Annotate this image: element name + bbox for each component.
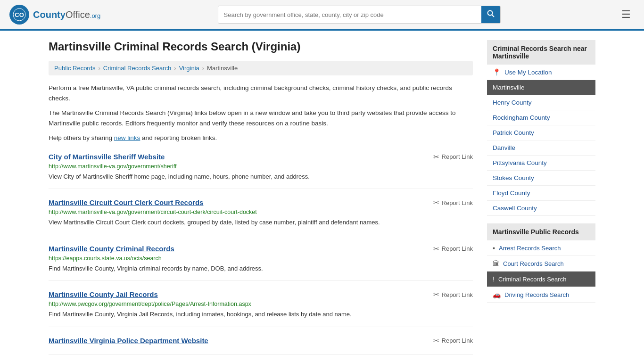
- breadcrumb-sep-1: ›: [98, 65, 100, 72]
- logo-tld: .org: [90, 12, 100, 19]
- report-label-1: Report Link: [442, 153, 473, 160]
- desc-2: The Martinsville Criminal Records Search…: [49, 108, 473, 128]
- result-desc-1: View City of Martinsville Sheriff home p…: [49, 172, 473, 181]
- report-label-3: Report Link: [442, 245, 473, 252]
- criminal-icon: !: [493, 275, 495, 283]
- logo-text: CountyOffice.org: [33, 9, 100, 20]
- report-icon-1: ✂: [433, 153, 439, 161]
- result-title-row-5: Martinsville Virginia Police Department …: [49, 337, 473, 345]
- location-icon: 📍: [493, 68, 501, 76]
- search-area: [218, 6, 501, 24]
- sidebar-arrest-records[interactable]: ▪ Arrest Records Search: [487, 240, 595, 256]
- sidebar: Criminal Records Search near Martinsvill…: [487, 40, 595, 355]
- sidebar-link-stokes-county[interactable]: Stokes County: [493, 174, 534, 181]
- page-title: Martinsville Criminal Records Search (Vi…: [49, 40, 473, 53]
- report-link-4[interactable]: ✂ Report Link: [433, 290, 473, 299]
- sidebar-link-pittsylvania-county[interactable]: Pittsylvania County: [493, 159, 547, 166]
- court-icon: 🏛: [493, 260, 499, 267]
- result-entry-2: Martinsville Circuit Court Clerk Court R…: [49, 198, 473, 235]
- result-url-1[interactable]: http://www.martinsville-va.gov/governmen…: [49, 163, 473, 170]
- sidebar-link-patrick-county[interactable]: Patrick County: [493, 129, 534, 136]
- sidebar-nearby-title: Criminal Records Search near Martinsvill…: [487, 40, 595, 65]
- result-entry-5: Martinsville Virginia Police Department …: [49, 337, 473, 355]
- svg-text:CO: CO: [15, 11, 24, 18]
- report-link-5[interactable]: ✂ Report Link: [433, 337, 473, 345]
- sidebar-item-martinsville[interactable]: Martinsville: [487, 80, 595, 95]
- logo-area: CO CountyOffice.org: [9, 5, 100, 25]
- desc-3: Help others by sharing new links and rep…: [49, 133, 473, 143]
- sidebar-link-martinsville[interactable]: Martinsville: [493, 84, 525, 91]
- court-records-link[interactable]: Court Records Search: [503, 260, 564, 267]
- sidebar-public-records-title: Martinsville Public Records: [487, 223, 595, 240]
- sidebar-use-location[interactable]: 📍 Use My Location: [487, 65, 595, 80]
- svg-line-3: [492, 15, 494, 17]
- result-title-row-3: Martinsville County Criminal Records ✂ R…: [49, 245, 473, 253]
- result-desc-3: Find Martinsville County, Virginia crimi…: [49, 264, 473, 273]
- report-icon-3: ✂: [433, 245, 439, 253]
- result-title-row-2: Martinsville Circuit Court Clerk Court R…: [49, 198, 473, 207]
- result-url-3[interactable]: https://eapps.courts.state.va.us/ocis/se…: [49, 255, 473, 262]
- sidebar-link-danville[interactable]: Danville: [493, 144, 515, 151]
- header: CO CountyOffice.org ☰: [0, 0, 644, 31]
- driving-records-link[interactable]: Driving Records Search: [504, 291, 569, 298]
- breadcrumb-sep-3: ›: [202, 65, 204, 72]
- sidebar-item-pittsylvania-county[interactable]: Pittsylvania County: [487, 156, 595, 171]
- desc-1: Perform a free Martinsville, VA public c…: [49, 83, 473, 103]
- criminal-records-link[interactable]: Criminal Records Search: [498, 276, 567, 283]
- arrest-records-link[interactable]: Arrest Records Search: [499, 245, 561, 252]
- search-input[interactable]: [218, 6, 481, 23]
- sidebar-link-floyd-county[interactable]: Floyd County: [493, 189, 530, 197]
- result-entry-1: City of Martinsville Sheriff Website ✂ R…: [49, 153, 473, 189]
- breadcrumb-criminal-records[interactable]: Criminal Records Search: [103, 65, 172, 72]
- search-input-wrap: [218, 6, 501, 24]
- driving-icon: 🚗: [493, 291, 501, 298]
- result-title-3[interactable]: Martinsville County Criminal Records: [49, 245, 174, 253]
- breadcrumb: Public Records › Criminal Records Search…: [49, 61, 473, 75]
- report-icon-5: ✂: [433, 337, 439, 345]
- main-container: Martinsville Criminal Records Search (Vi…: [39, 31, 605, 362]
- use-my-location-link[interactable]: Use My Location: [504, 69, 552, 76]
- report-link-2[interactable]: ✂ Report Link: [433, 198, 473, 207]
- breadcrumb-martinsville: Martinsville: [207, 65, 238, 72]
- report-link-1[interactable]: ✂ Report Link: [433, 153, 473, 161]
- sidebar-link-rockingham-county[interactable]: Rockingham County: [493, 114, 550, 121]
- sidebar-link-henry-county[interactable]: Henry County: [493, 99, 532, 106]
- result-title-4[interactable]: Martinsville County Jail Records: [49, 290, 158, 298]
- search-button[interactable]: [481, 6, 500, 23]
- sidebar-item-stokes-county[interactable]: Stokes County: [487, 171, 595, 186]
- report-label-5: Report Link: [442, 337, 473, 344]
- sidebar-court-records[interactable]: 🏛 Court Records Search: [487, 256, 595, 272]
- result-title-row-1: City of Martinsville Sheriff Website ✂ R…: [49, 153, 473, 161]
- sidebar-item-floyd-county[interactable]: Floyd County: [487, 186, 595, 201]
- logo-office: Office: [66, 9, 90, 20]
- result-url-4[interactable]: http://www.pwcgov.org/government/dept/po…: [49, 301, 473, 307]
- sidebar-item-patrick-county[interactable]: Patrick County: [487, 125, 595, 140]
- logo-icon: CO: [9, 5, 29, 25]
- logo-county: County: [33, 9, 66, 20]
- svg-point-2: [487, 11, 492, 16]
- breadcrumb-sep-2: ›: [174, 65, 176, 72]
- sidebar-link-caswell-county[interactable]: Caswell County: [493, 205, 537, 212]
- report-label-4: Report Link: [442, 291, 473, 298]
- sidebar-item-caswell-county[interactable]: Caswell County: [487, 201, 595, 216]
- result-title-2[interactable]: Martinsville Circuit Court Clerk Court R…: [49, 198, 203, 206]
- report-link-3[interactable]: ✂ Report Link: [433, 245, 473, 253]
- sidebar-item-danville[interactable]: Danville: [487, 140, 595, 156]
- new-links-link[interactable]: new links: [114, 134, 140, 141]
- result-title-1[interactable]: City of Martinsville Sheriff Website: [49, 153, 165, 161]
- result-desc-4: Find Martinsville County, Virginia Jail …: [49, 310, 473, 319]
- breadcrumb-public-records[interactable]: Public Records: [54, 65, 95, 72]
- hamburger-button[interactable]: ☰: [618, 7, 635, 23]
- arrest-icon: ▪: [493, 244, 495, 252]
- result-title-row-4: Martinsville County Jail Records ✂ Repor…: [49, 290, 473, 299]
- result-title-5[interactable]: Martinsville Virginia Police Department …: [49, 337, 208, 345]
- content-area: Martinsville Criminal Records Search (Vi…: [49, 40, 473, 355]
- sidebar-item-henry-county[interactable]: Henry County: [487, 95, 595, 110]
- breadcrumb-virginia[interactable]: Virginia: [179, 65, 199, 72]
- result-entry-4: Martinsville County Jail Records ✂ Repor…: [49, 290, 473, 327]
- sidebar-item-rockingham-county[interactable]: Rockingham County: [487, 110, 595, 125]
- result-entry-3: Martinsville County Criminal Records ✂ R…: [49, 245, 473, 281]
- sidebar-criminal-records[interactable]: ! Criminal Records Search: [487, 272, 595, 287]
- sidebar-driving-records[interactable]: 🚗 Driving Records Search: [487, 287, 595, 303]
- result-url-2[interactable]: http://www.martinsville-va.gov/governmen…: [49, 209, 473, 215]
